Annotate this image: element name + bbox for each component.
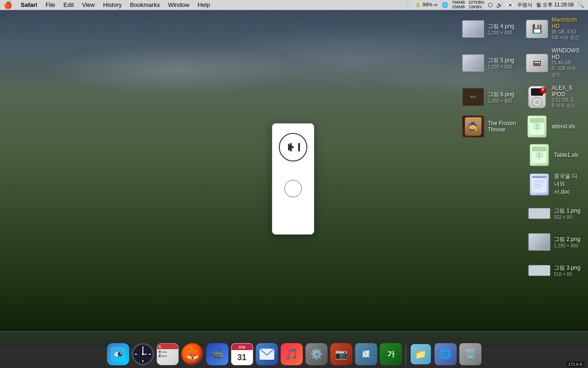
file-name-attend-xls: attend.xls: [552, 123, 575, 130]
file-icon-table1-xls: [528, 144, 550, 166]
file-info-img5: 그림 5.png 1,280 × 800: [488, 57, 514, 69]
svg-point-22: [115, 353, 116, 354]
apple-menu[interactable]: 🍎: [4, 1, 12, 9]
file-item-windows-hd[interactable]: 🖴 WINDOWS HD 15.46 GB, 3…GB 여유 공간: [522, 46, 584, 80]
file-size-macintosh-hd: 96 GB, 6.63 GB 여유 공간: [552, 29, 581, 41]
file-icon-frozen-throne: 🧙: [462, 115, 484, 138]
file-info-china-doc: 중국을 다녀와서.doc: [554, 172, 581, 196]
dock-clock[interactable]: [131, 342, 155, 366]
dock-itunes[interactable]: 🎵: [280, 342, 304, 366]
file-size-windows-hd: 15.46 GB, 3…GB 여유 공간: [552, 60, 581, 78]
file-info-img1: 그림 1.png 502 × 80: [554, 207, 580, 220]
network-speed-indicator: 171.6 K: [566, 362, 584, 367]
menu-bookmarks[interactable]: Bookmarks: [126, 1, 164, 9]
file-size-alex-ipod: 3.72 GB, 5…B 여유 공간: [552, 98, 581, 109]
menu-button[interactable]: [284, 180, 302, 197]
dock-app-camera[interactable]: 📷: [329, 342, 353, 366]
file-info-img4: 그림 4.png 1,280 × 800: [488, 23, 514, 35]
file-size-img3: 510 × 80: [554, 272, 580, 277]
file-info-img6: 그림 6.png 1,280 × 800: [488, 91, 514, 104]
file-icon-windows-hd: 🖴: [526, 52, 548, 74]
dock-quicktime[interactable]: 📹: [205, 342, 229, 366]
file-icon-img6: IMG: [462, 86, 484, 108]
file-size-img4: 1,280 × 800: [488, 30, 514, 35]
dock-ical[interactable]: iCal 31: [230, 342, 254, 366]
svg-rect-1: [530, 118, 544, 123]
file-item-china-doc[interactable]: 중국을 다녀와서.doc: [525, 171, 584, 198]
network-speed: 227KB/s10KB/s: [469, 0, 484, 10]
right-sidebar: 그림 4.png 1,280 × 800 💾 Macintosh HD 96 G…: [455, 14, 588, 284]
dock-firefox[interactable]: 🦊: [181, 342, 204, 366]
dock-app-korean[interactable]: 가: [379, 342, 403, 366]
file-item-alex-ipod[interactable]: ALEX_S IPOD 3.72 GB, 5…B 여유 공간: [522, 83, 584, 111]
file-name-img2: 그림 2.png: [554, 236, 580, 243]
file-name-img3: 그림 3.png: [554, 264, 580, 272]
file-info-attend-xls: attend.xls: [552, 123, 575, 130]
menu-safari[interactable]: Safari: [17, 1, 41, 9]
dock-app-system-pref[interactable]: ⚙️: [305, 342, 328, 366]
file-icon-img2: [528, 231, 550, 253]
play-pause-button[interactable]: [279, 133, 307, 161]
file-size-img2: 1,280 × 800: [554, 243, 580, 248]
file-info-img2: 그림 2.png 1,280 × 800: [554, 236, 580, 248]
file-item-table1-xls[interactable]: Table1.xls: [525, 142, 584, 168]
dock-trash[interactable]: 🗑️: [458, 342, 482, 366]
file-icon-img4: [462, 18, 484, 40]
file-name-img5: 그림 5.png: [488, 57, 514, 64]
menu-items: Safari File Edit View History Bookmarks …: [17, 1, 404, 9]
menu-help[interactable]: Help: [194, 1, 214, 9]
file-item-img2[interactable]: 그림 2.png 1,280 × 800: [525, 229, 584, 255]
file-info-table1-xls: Table1.xls: [554, 152, 578, 158]
file-item-frozen-throne[interactable]: 🧙 The Frozen Throne: [458, 114, 520, 139]
file-item-img3[interactable]: 그림 3.png 510 × 80: [525, 258, 584, 283]
menu-view[interactable]: View: [79, 1, 99, 9]
dock-mail[interactable]: [255, 342, 279, 366]
dock-address-book[interactable]: A 👤 Alex 👤 Bob: [156, 342, 180, 366]
media-remote-widget: [272, 123, 314, 235]
file-info-frozen-throne: The Frozen Throne: [488, 120, 517, 133]
svg-point-23: [120, 353, 121, 354]
svg-point-32: [142, 353, 144, 355]
menu-window[interactable]: Window: [164, 1, 193, 9]
svg-point-21: [118, 352, 122, 356]
file-name-img1: 그림 1.png: [554, 207, 580, 215]
dock: A 👤 Alex 👤 Bob 🦊 📹 iCal 31 🎵: [0, 331, 588, 368]
file-item-img1[interactable]: 그림 1.png 502 × 80: [525, 201, 584, 226]
file-name-windows-hd: WINDOWS HD: [552, 47, 581, 60]
menubar-right: 💿 🔋 99% ∞ 🌐 766MB258MB 227KB/s10KB/s ⬡ 🔊…: [404, 0, 584, 10]
file-icon-alex-ipod: [526, 86, 548, 108]
battery-status: 🔋 99% ∞: [415, 2, 438, 8]
menu-file[interactable]: File: [42, 1, 59, 9]
file-item-macintosh-hd[interactable]: 💾 Macintosh HD 96 GB, 6.63 GB 여유 공간: [522, 15, 584, 43]
file-info-macintosh-hd: Macintosh HD 96 GB, 6.63 GB 여유 공간: [552, 17, 581, 41]
disk-icon: 💿: [404, 2, 411, 8]
file-name-img4: 그림 4.png: [488, 23, 514, 30]
file-info-windows-hd: WINDOWS HD 15.46 GB, 3…GB 여유 공간: [552, 47, 581, 78]
memory-info: 766MB258MB: [452, 0, 465, 10]
file-name-alex-ipod: ALEX_S IPOD: [552, 85, 581, 98]
file-size-img6: 1,280 × 800: [488, 98, 514, 104]
dock-app-han[interactable]: 緩: [354, 342, 378, 366]
spotlight-icon[interactable]: 🔍: [577, 2, 584, 8]
file-item-attend-xls[interactable]: attend.xls: [522, 114, 584, 139]
file-icon-attend-xls: [526, 115, 548, 138]
file-info-alex-ipod: ALEX_S IPOD 3.72 GB, 5…B 여유 공간: [552, 85, 581, 109]
file-icon-img3: [528, 259, 550, 282]
file-item-img6[interactable]: IMG 그림 6.png 1,280 × 800: [458, 84, 520, 110]
file-size-img5: 1,280 × 800: [488, 64, 514, 69]
menu-history[interactable]: History: [99, 1, 125, 9]
dock-folder-downloads[interactable]: 🌐: [434, 342, 458, 366]
file-item-img5[interactable]: 그림 5.png 1,280 × 800: [458, 50, 520, 76]
menu-edit[interactable]: Edit: [60, 1, 77, 9]
file-name-macintosh-hd: Macintosh HD: [552, 17, 581, 29]
file-icon-china-doc: [528, 173, 550, 196]
dock-finder[interactable]: [106, 342, 130, 366]
menubar: 🍎 Safari File Edit View History Bookmark…: [0, 0, 588, 10]
network-activity-icon: 🌐: [441, 2, 448, 8]
volume-icon: 🔊: [496, 2, 503, 8]
language-flag: 🇰🇷: [507, 2, 514, 8]
dock-folder-docs[interactable]: 📁: [409, 342, 433, 366]
file-item-img4[interactable]: 그림 4.png 1,280 × 800: [458, 16, 520, 42]
bluetooth-icon: ⬡: [488, 2, 492, 8]
username: 두범식: [517, 1, 532, 8]
